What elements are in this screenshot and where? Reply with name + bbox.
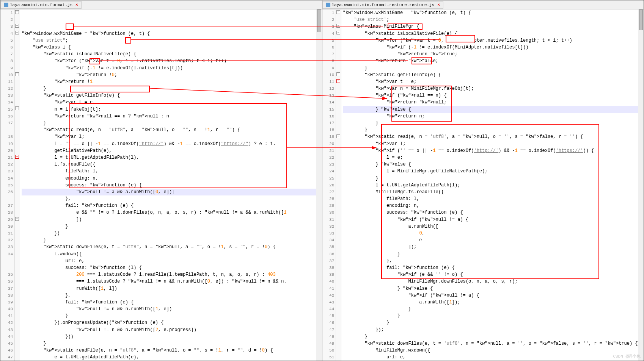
vscrollbar-left[interactable]: [316, 9, 322, 361]
code-area-right[interactable]: "kw">window.wxMiniGame = "kw">function (…: [341, 9, 638, 361]
scroll-thumb[interactable]: [639, 9, 643, 30]
tab-right[interactable]: laya.wxmini.min.format.restore.restore.j…: [322, 1, 443, 9]
tab-label: laya.wxmini.min.format.restore.restore.j…: [332, 3, 435, 7]
left-editor[interactable]: 1234567891011121314151617181920212223242…: [0, 9, 322, 361]
line-numbers-left: 1234567891011121314151617181920212223242…: [0, 9, 15, 361]
line-numbers-right: 1234567891011121314151617181920212223242…: [322, 9, 336, 361]
fold-column-right[interactable]: − − − − − −: [336, 9, 341, 361]
close-icon[interactable]: ×: [75, 3, 78, 7]
file-icon: [4, 3, 8, 7]
tab-label: laya.wxmini.min.format.js: [10, 3, 72, 7]
code-area-left[interactable]: "kw">window.wxMiniGame = "kw">function (…: [20, 9, 316, 361]
scroll-thumb[interactable]: [317, 9, 321, 32]
close-icon[interactable]: ×: [437, 3, 440, 7]
tab-bar-left: laya.wxmini.min.format.js ×: [0, 0, 322, 9]
left-editor-pane: laya.wxmini.min.format.js × 123456789101…: [0, 0, 322, 361]
watermark: CSDN @码小兔: [613, 353, 641, 359]
tab-left[interactable]: laya.wxmini.min.format.js ×: [0, 1, 82, 9]
right-editor[interactable]: 1234567891011121314151617181920212223242…: [322, 9, 644, 361]
vscrollbar-right[interactable]: [638, 9, 644, 361]
file-icon: [326, 3, 330, 7]
tab-bar-right: laya.wxmini.min.format.restore.restore.j…: [322, 0, 644, 9]
right-editor-pane: laya.wxmini.min.format.restore.restore.j…: [322, 0, 644, 361]
fold-column-left[interactable]: − − − − − − −: [15, 9, 20, 361]
